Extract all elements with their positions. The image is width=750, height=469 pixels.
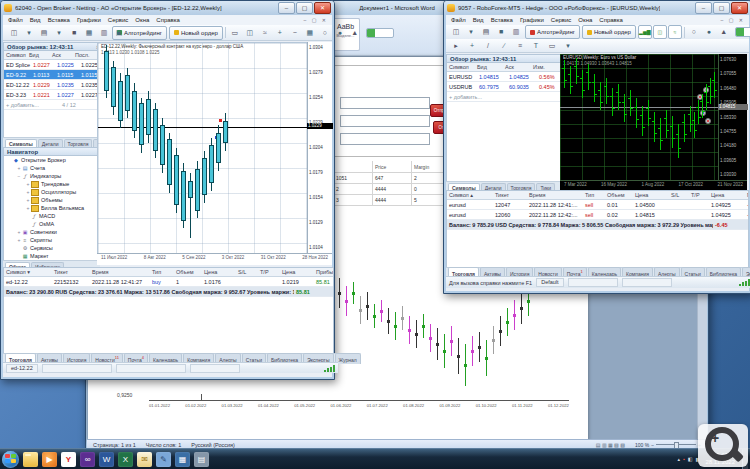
price-chart[interactable]: EURUSD,Weekly: Euro vs US Dollar 1.04173… <box>560 54 718 180</box>
language-indicator[interactable]: Русский (Россия) <box>191 442 235 448</box>
search-icon[interactable]: ○ <box>318 26 332 40</box>
child-window-controls[interactable]: – ▢ ✕ <box>721 17 745 23</box>
close-button[interactable]: ✕ <box>731 2 748 14</box>
column-header[interactable]: T/P <box>689 192 709 198</box>
menu-item[interactable]: Справка <box>599 17 623 23</box>
left-titlebar[interactable]: 62040 - Open Broker - Netting - АО «Откр… <box>1 1 334 15</box>
tree-item[interactable]: + Билла Вильямса <box>4 204 97 212</box>
column-header[interactable]: Прибыль <box>745 192 749 198</box>
toolbox-tab[interactable]: Журнал <box>335 353 361 364</box>
column-header[interactable]: Тип <box>583 192 605 198</box>
market-watch-icon[interactable]: ■ <box>494 25 508 39</box>
tray-icon[interactable]: ▴ <box>678 456 681 462</box>
column-header[interactable]: Время <box>527 192 583 198</box>
column-header[interactable]: Цена <box>633 192 669 198</box>
menu-item[interactable]: Окна <box>135 17 149 23</box>
objects-dropdown-icon[interactable]: ▾ <box>561 39 575 53</box>
candles-icon[interactable]: ◫ <box>243 26 257 40</box>
zoom-slider-track[interactable] <box>656 444 696 445</box>
symbol-row[interactable]: ED Splice 1.0227 1.0225 1.0225 <box>4 60 97 70</box>
new-chart-icon[interactable]: ◫ <box>449 25 463 39</box>
menu-item[interactable]: Справка <box>156 17 180 23</box>
menu-item[interactable]: Окна <box>578 17 592 23</box>
zoom-control[interactable]: 100 % − + <box>635 442 701 448</box>
shapes-icon[interactable]: ▭ <box>545 39 559 53</box>
candles-btn[interactable]: ◫ <box>653 25 667 39</box>
tray-icon[interactable]: ◧ <box>688 456 693 462</box>
tree-item[interactable]: + Объемы <box>4 196 97 204</box>
maximize-button[interactable]: ▢ <box>713 2 730 14</box>
zoom-in-icon[interactable]: + <box>273 26 287 40</box>
start-button[interactable] <box>2 451 19 468</box>
cursor-icon[interactable]: ▸ <box>449 39 463 53</box>
mt5-openbroker-window[interactable]: 62040 - Open Broker - Netting - АО «Откр… <box>0 0 335 380</box>
tree-item[interactable]: + ≡ Скрипты <box>4 236 97 244</box>
crosshair-icon[interactable]: + <box>465 39 479 53</box>
tree-item[interactable]: ƒ OsMA <box>4 220 97 228</box>
menu-item[interactable]: Вид <box>30 17 41 23</box>
column-header[interactable]: Тикет <box>52 269 90 275</box>
tree-item[interactable]: + ▣ Советники <box>4 228 97 236</box>
explorer-icon[interactable] <box>23 452 38 467</box>
menu-item[interactable]: Файл <box>8 17 23 23</box>
column-header[interactable]: Символ ▴ <box>447 192 493 198</box>
tree-item[interactable]: + Трендовые <box>4 180 97 188</box>
minimize-button[interactable]: – <box>278 2 295 14</box>
excel-icon[interactable]: X <box>118 452 133 467</box>
line-btn[interactable]: ≈ <box>668 25 682 39</box>
column-header[interactable]: Время <box>90 269 150 275</box>
navigator-icon[interactable]: ▥ <box>97 26 111 40</box>
column-header[interactable]: S/L <box>236 269 258 275</box>
menu-item[interactable]: Вставка <box>48 17 70 23</box>
chart-date-axis[interactable]: 11 Июл 20228 Авг 20225 Сен 20223 Окт 202… <box>97 253 332 265</box>
tree-item[interactable]: − ƒ Индикаторы <box>4 172 97 180</box>
column-header[interactable]: Символ ▾ <box>4 269 52 275</box>
new-chart-icon[interactable]: ◫ <box>7 26 21 40</box>
position-row[interactable]: eurusd 12047 2022.11.28 12:41:... sell 0… <box>447 200 748 210</box>
magnifier-overlay[interactable]: + <box>698 424 748 467</box>
menu-item[interactable]: Файл <box>451 17 466 23</box>
column-header[interactable]: Изм. <box>531 64 559 70</box>
view-mode-buttons[interactable]: ▤ ▥ ▦ ▧ ▨ <box>596 442 625 448</box>
grid-icon[interactable]: ▦ <box>303 26 317 40</box>
menu-item[interactable]: Сервис <box>551 17 572 23</box>
close-button[interactable]: ✕ <box>314 2 331 14</box>
column-header[interactable]: Цена <box>280 269 314 275</box>
position-row[interactable]: ed-12.22 22152132 2022.11.28 12:41:27 bu… <box>4 277 333 287</box>
column-header[interactable]: Объем <box>605 192 633 198</box>
form-input-1[interactable] <box>340 97 430 109</box>
child-window-controls[interactable]: – ▢ ✕ <box>304 17 328 23</box>
column-header[interactable]: Посл. <box>73 52 96 58</box>
community-icon[interactable]: ▲ <box>348 26 362 40</box>
notifications-icon[interactable]: ● <box>333 26 347 40</box>
visual-studio-icon[interactable]: ∞ <box>80 452 95 467</box>
media-player-icon[interactable]: ▶ <box>42 452 57 467</box>
column-header[interactable]: Аск <box>50 52 73 58</box>
column-header[interactable]: Объем <box>174 269 202 275</box>
column-header[interactable]: Прибыль <box>314 269 334 275</box>
tree-item[interactable]: ▦ Маркет <box>4 252 97 260</box>
tree-item[interactable]: ⚙ Сервисы <box>4 244 97 252</box>
fibonacci-icon[interactable]: ≡ <box>513 39 527 53</box>
channel-icon[interactable]: ∕ <box>497 39 511 53</box>
profiles-dropdown-icon[interactable]: ▾ <box>52 26 66 40</box>
price-scale[interactable]: 1.076301.070551.064801.059051.053301.047… <box>718 54 747 180</box>
toolbox-icon[interactable]: ▣ <box>112 26 126 40</box>
app-window-icon[interactable]: ▤ <box>194 452 209 467</box>
column-header[interactable]: Тикет <box>493 192 527 198</box>
chart-dropdown-icon[interactable]: ▾ <box>464 25 478 39</box>
price-scale[interactable]: 1.03041.02791.02541.02291.02041.01791.01… <box>307 42 332 253</box>
menu-item[interactable]: Вид <box>473 17 484 23</box>
maximize-button[interactable]: ▢ <box>296 2 313 14</box>
data-window-icon[interactable]: ▦ <box>82 26 96 40</box>
column-header[interactable]: Бид <box>475 64 503 70</box>
column-header[interactable]: T/P <box>258 269 280 275</box>
line-chart-icon[interactable]: ≈ <box>258 26 272 40</box>
column-header[interactable]: Цена <box>202 269 236 275</box>
app-window-icon[interactable]: ▦ <box>175 452 190 467</box>
add-symbol-row[interactable]: + добавить... 4 / 12 <box>4 100 97 110</box>
right-titlebar[interactable]: 9057 - RoboForex-MT5 - Hedge - ООО «Робо… <box>444 1 750 15</box>
menu-item[interactable]: Графики <box>520 17 544 23</box>
community-icon[interactable]: ▲ <box>717 25 731 39</box>
trendline-icon[interactable]: / <box>481 39 495 53</box>
